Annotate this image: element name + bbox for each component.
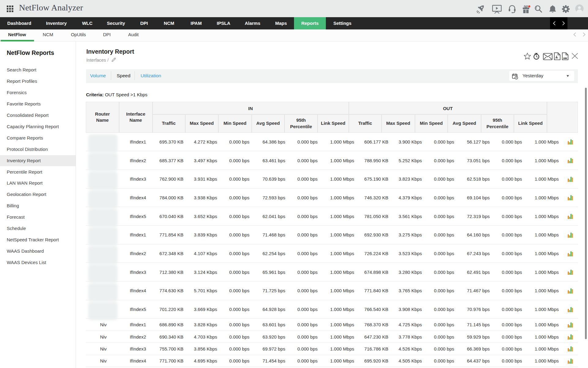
svg-text:csv: csv xyxy=(563,57,567,59)
